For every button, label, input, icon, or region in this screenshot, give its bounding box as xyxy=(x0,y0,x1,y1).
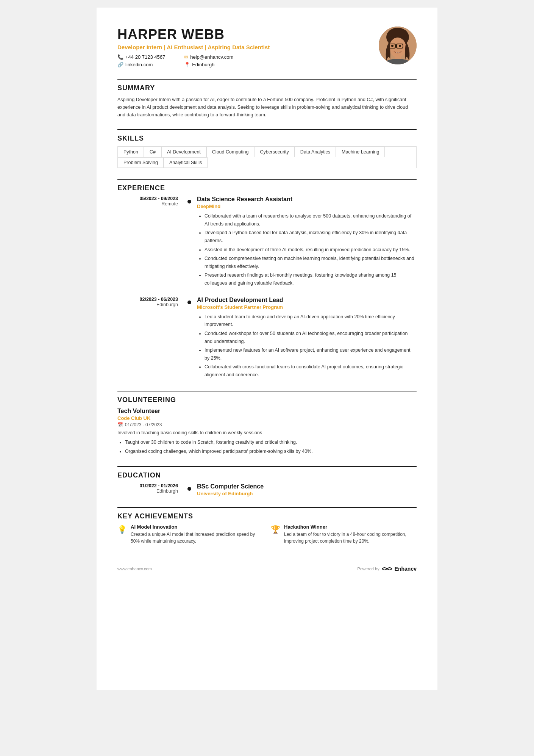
footer-powered: Powered by Enhancv xyxy=(358,566,417,572)
enhancv-logo-icon xyxy=(381,566,393,572)
phone-number: +44 20 7123 4567 xyxy=(125,54,165,60)
summary-title: SUMMARY xyxy=(117,84,417,92)
exp-dates: 02/2023 - 06/2023 xyxy=(117,297,182,302)
exp-dates: 05/2023 - 09/2023 xyxy=(117,196,182,201)
linkedin-item: 🔗 linkedin.com xyxy=(117,62,165,67)
skill-tag: Cybersecurity xyxy=(254,147,294,157)
achievements-grid: 💡 AI Model Innovation Created a unique A… xyxy=(117,524,417,545)
edu-degree: BSc Computer Science xyxy=(197,483,417,490)
exp-job-title: AI Product Development Lead xyxy=(197,297,417,304)
footer: www.enhancv.com Powered by Enhancv xyxy=(117,560,417,572)
skill-tag: Data Analytics xyxy=(295,147,336,157)
footer-url: www.enhancv.com xyxy=(117,567,152,571)
svg-point-2 xyxy=(389,38,406,57)
education-title: EDUCATION xyxy=(117,471,417,479)
volunteering-section: VOLUNTEERING Tech Volunteer Code Club UK… xyxy=(117,391,417,455)
achievement-title: Hackathon Winner xyxy=(284,524,417,530)
skills-title: SKILLS xyxy=(117,135,417,142)
phone-icon: 📞 xyxy=(117,54,123,60)
email-icon: ✉ xyxy=(184,54,188,60)
email-address: help@enhancv.com xyxy=(190,54,233,60)
achievements-section: KEY ACHIEVEMENTS 💡 AI Model Innovation C… xyxy=(117,507,417,545)
experience-entries: 05/2023 - 09/2023 Remote Data Science Re… xyxy=(117,196,417,380)
exp-bullets-list: Led a student team to design and develop… xyxy=(197,313,417,379)
education-divider xyxy=(117,466,417,467)
vol-dates: 📅01/2023 - 07/2023 xyxy=(117,422,417,427)
exp-bullets-list: Collaborated with a team of researchers … xyxy=(197,212,417,287)
volunteering-title: VOLUNTEERING xyxy=(117,396,417,404)
email-item: ✉ help@enhancv.com xyxy=(184,54,233,60)
svg-point-7 xyxy=(399,45,401,47)
skill-tag: Problem Solving xyxy=(118,157,164,168)
exp-location: Edinburgh xyxy=(117,302,182,307)
exp-dot xyxy=(187,301,191,304)
location-item: 📍 Edinburgh xyxy=(184,62,233,67)
edu-content: BSc Computer Science University of Edinb… xyxy=(197,483,417,496)
experience-bullet: Presented research findings at bi-monthl… xyxy=(205,271,417,287)
exp-company: Microsoft's Student Partner Program xyxy=(197,304,417,310)
candidate-name: HARPER WEBB xyxy=(117,27,379,42)
experience-bullet: Led a student team to design and develop… xyxy=(205,313,417,329)
experience-section: EXPERIENCE 05/2023 - 09/2023 Remote Data… xyxy=(117,179,417,380)
education-entry: 01/2022 - 01/2026 Edinburgh BSc Computer… xyxy=(117,483,417,496)
achievement-description: Led a team of four to victory in a 48-ho… xyxy=(284,531,417,545)
achievement-item: 💡 AI Model Innovation Created a unique A… xyxy=(117,524,263,545)
skills-grid: PythonC#AI DevelopmentCloud ComputingCyb… xyxy=(117,146,417,168)
edu-dot xyxy=(187,487,191,491)
experience-bullet: Collaborated with a team of researchers … xyxy=(205,212,417,228)
skills-section: SKILLS PythonC#AI DevelopmentCloud Compu… xyxy=(117,129,417,168)
header-section: HARPER WEBB Developer Intern | AI Enthus… xyxy=(117,27,417,67)
candidate-title: Developer Intern | AI Enthusiast | Aspir… xyxy=(117,44,379,50)
contact-row: 📞 +44 20 7123 4567 🔗 linkedin.com ✉ help… xyxy=(117,54,379,67)
education-entries: 01/2022 - 01/2026 Edinburgh BSc Computer… xyxy=(117,483,417,496)
svg-point-6 xyxy=(391,45,393,47)
experience-bullet: Conducted comprehensive testing on machi… xyxy=(205,255,417,270)
exp-location: Remote xyxy=(117,201,182,207)
experience-entry: 05/2023 - 09/2023 Remote Data Science Re… xyxy=(117,196,417,288)
brand-name: Enhancv xyxy=(395,566,417,572)
edu-dates: 01/2022 - 01/2026 xyxy=(117,483,182,488)
experience-entry: 02/2023 - 06/2023 Edinburgh AI Product D… xyxy=(117,297,417,380)
vol-description: Involved in teaching basic coding skills… xyxy=(117,429,417,437)
exp-dot xyxy=(187,200,191,203)
avatar xyxy=(379,27,417,64)
location-text: Edinburgh xyxy=(192,62,214,67)
volunteering-divider xyxy=(117,391,417,391)
volunteering-entry: Tech Volunteer Code Club UK 📅01/2023 - 0… xyxy=(117,408,417,455)
skills-divider xyxy=(117,129,417,130)
linkedin-icon: 🔗 xyxy=(117,62,123,67)
experience-bullet: Developed a Python-based tool for data a… xyxy=(205,229,417,244)
achievement-content: Hackathon Winner Led a team of four to v… xyxy=(284,524,417,545)
skill-tag: Cloud Computing xyxy=(206,147,255,157)
location-icon: 📍 xyxy=(184,62,190,67)
vol-bullet: Taught over 30 children to code in Scrat… xyxy=(125,438,417,446)
summary-text: Aspiring Developer Intern with a passion… xyxy=(117,96,417,119)
edu-location: Edinburgh xyxy=(117,488,182,494)
summary-divider xyxy=(117,79,417,80)
skill-tag: AI Development xyxy=(161,147,206,157)
experience-divider xyxy=(117,179,417,180)
skill-tag: Python xyxy=(118,147,144,157)
experience-bullet: Conducted workshops for over 50 students… xyxy=(205,330,417,345)
powered-by-text: Powered by xyxy=(358,567,379,571)
skill-tag: Analytical Skills xyxy=(164,157,208,168)
vol-org: Code Club UK xyxy=(117,415,417,421)
experience-title: EXPERIENCE xyxy=(117,184,417,192)
achievement-content: AI Model Innovation Created a unique AI … xyxy=(131,524,263,545)
achievement-item: 🏆 Hackathon Winner Led a team of four to… xyxy=(271,524,417,545)
phone-item: 📞 +44 20 7123 4567 xyxy=(117,54,165,60)
achievement-icon: 💡 xyxy=(117,525,127,534)
exp-company: DeepMind xyxy=(197,203,417,209)
header-left: HARPER WEBB Developer Intern | AI Enthus… xyxy=(117,27,379,67)
edu-school: University of Edinburgh xyxy=(197,491,417,496)
resume-page: HARPER WEBB Developer Intern | AI Enthus… xyxy=(97,8,437,690)
vol-bullet: Organised coding challenges, which impro… xyxy=(125,448,417,455)
skill-tag: C# xyxy=(144,147,161,157)
vol-bullets-list: Taught over 30 children to code in Scrat… xyxy=(117,438,417,455)
volunteering-entries: Tech Volunteer Code Club UK 📅01/2023 - 0… xyxy=(117,408,417,455)
vol-role: Tech Volunteer xyxy=(117,408,417,415)
summary-section: SUMMARY Aspiring Developer Intern with a… xyxy=(117,79,417,119)
education-section: EDUCATION 01/2022 - 01/2026 Edinburgh BS… xyxy=(117,466,417,496)
experience-bullet: Collaborated with cross-functional teams… xyxy=(205,363,417,379)
exp-job-title: Data Science Research Assistant xyxy=(197,196,417,203)
